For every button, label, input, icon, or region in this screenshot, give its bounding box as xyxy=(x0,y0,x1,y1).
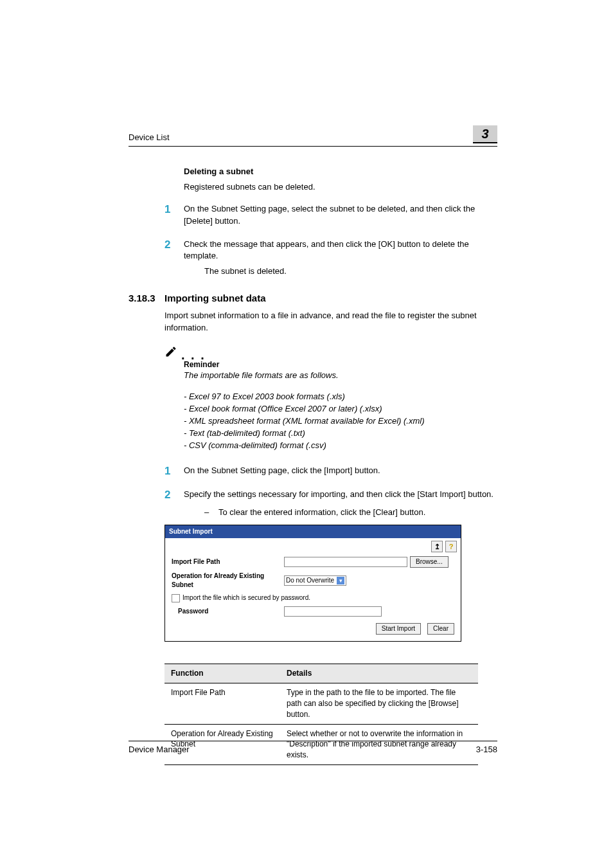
table-header-details: Details xyxy=(280,664,478,683)
table-header-function: Function xyxy=(164,664,280,683)
import-step-2: 2 Specify the settings necessary for imp… xyxy=(164,487,497,503)
table-cell-function: Import File Path xyxy=(164,683,280,724)
operation-select-value: Do not Overwrite xyxy=(286,576,334,585)
section-number: 3.18.3 xyxy=(129,291,164,305)
reminder-label: Reminder xyxy=(184,359,497,370)
chapter-tab: 3 xyxy=(473,125,497,143)
password-input[interactable] xyxy=(284,606,382,617)
page-footer: Device Manager 3-158 xyxy=(129,741,497,755)
table-row: Import File Path Type in the path to the… xyxy=(164,683,478,724)
reminder-list: - Excel 97 to Excel 2003 book formats (.… xyxy=(184,391,497,452)
operation-label: Operation for Already Existing Subnet xyxy=(172,572,284,590)
help-icon[interactable]: ? xyxy=(445,541,457,552)
import-sub-bullet: – To clear the entered information, clic… xyxy=(204,507,497,518)
delete-intro: Registered subnets can be deleted. xyxy=(184,181,497,193)
footer-left: Device Manager xyxy=(129,744,190,755)
step-text: On the Subnet Setting page, select the s… xyxy=(184,202,497,226)
start-import-button[interactable]: Start Import xyxy=(376,623,421,635)
step-number: 1 xyxy=(164,202,184,226)
heading-importing-subnet: 3.18.3 Importing subnet data xyxy=(129,291,497,305)
import-intro: Import subnet information to a file in a… xyxy=(164,310,497,333)
heading-deleting-subnet: Deleting a subnet xyxy=(184,166,497,177)
step-number: 2 xyxy=(164,237,184,262)
breadcrumb: Device List xyxy=(129,132,170,142)
screenshot-subnet-import: Subnet Import ↥ ? Import File Path Brows… xyxy=(164,525,461,642)
content-area: Deleting a subnet Registered subnets can… xyxy=(129,166,497,765)
step-number: 1 xyxy=(164,464,184,479)
clear-button[interactable]: Clear xyxy=(427,623,454,635)
secure-import-checkbox[interactable] xyxy=(172,594,180,602)
import-file-path-input[interactable] xyxy=(284,557,407,567)
step-text: Specify the settings necessary for impor… xyxy=(184,487,497,503)
browse-button[interactable]: Browse... xyxy=(410,556,449,568)
import-step-1: 1 On the Subnet Setting page, click the … xyxy=(164,464,497,479)
ellipsis-icon: . . . xyxy=(181,352,206,358)
reminder-item: - XML spreadsheet format (XML format ava… xyxy=(184,415,497,427)
running-header: Device List xyxy=(129,132,497,147)
sub-bullet-text: To clear the entered information, click … xyxy=(218,507,425,518)
step-text: On the Subnet Setting page, click the [I… xyxy=(184,464,497,479)
table-cell-details: Type in the path to the file to be impor… xyxy=(280,683,478,724)
delete-step-2: 2 Check the message that appears, and th… xyxy=(164,237,497,262)
section-title: Importing subnet data xyxy=(164,291,497,305)
screenshot-body: Import File Path Browse... Operation for… xyxy=(165,552,461,641)
footer-right: 3-158 xyxy=(476,744,497,755)
delete-result: The subnet is deleted. xyxy=(204,266,497,277)
pencil-icon xyxy=(164,345,177,358)
screenshot-title: Subnet Import xyxy=(165,525,461,538)
table-header-row: Function Details xyxy=(164,664,478,683)
reminder-item: - CSV (comma-delimited) format (.csv) xyxy=(184,440,497,451)
delete-step-1: 1 On the Subnet Setting page, select the… xyxy=(164,202,497,226)
operation-select[interactable]: Do not Overwrite ▾ xyxy=(284,575,346,586)
reminder-item: - Excel 97 to Excel 2003 book formats (.… xyxy=(184,391,497,402)
step-number: 2 xyxy=(164,487,184,503)
page: Device List 3 Deleting a subnet Register… xyxy=(0,0,613,868)
chevron-down-icon: ▾ xyxy=(337,577,344,584)
reminder-block: . . . Reminder The importable file forma… xyxy=(164,345,497,452)
secure-import-label: Import the file which is secured by pass… xyxy=(182,593,310,602)
step-text: Check the message that appears, and then… xyxy=(184,237,497,262)
back-icon[interactable]: ↥ xyxy=(431,541,443,552)
note-icon-row: . . . xyxy=(164,345,497,358)
reminder-item: - Text (tab-delimited) format (.txt) xyxy=(184,428,497,439)
screenshot-toolbar: ↥ ? xyxy=(165,538,461,552)
reminder-item: - Excel book format (Office Excel 2007 o… xyxy=(184,403,497,415)
import-file-path-label: Import File Path xyxy=(172,557,284,566)
password-label: Password xyxy=(172,607,284,616)
dash-icon: – xyxy=(204,507,218,518)
reminder-intro: The importable file formats are as follo… xyxy=(184,370,497,381)
